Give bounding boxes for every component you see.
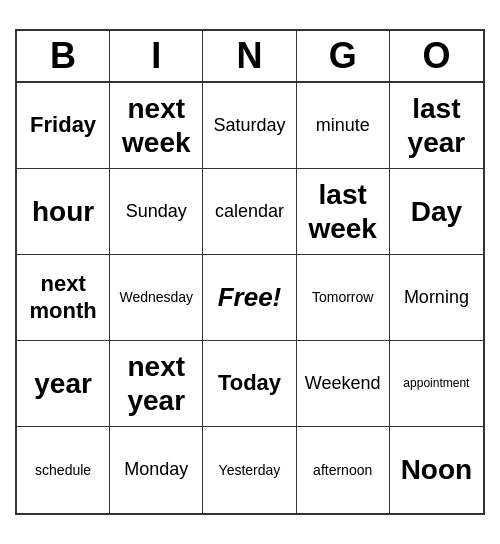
header-letter: N	[203, 31, 296, 81]
cell-text: appointment	[403, 376, 469, 390]
cell-text: Free!	[218, 282, 282, 313]
bingo-cell: Weekend	[297, 341, 390, 427]
bingo-cell: Noon	[390, 427, 483, 513]
cell-text: next month	[21, 271, 105, 324]
cell-text: minute	[316, 115, 370, 137]
header-letter: B	[17, 31, 110, 81]
bingo-cell: Sunday	[110, 169, 203, 255]
cell-text: year	[34, 367, 92, 401]
bingo-cell: Monday	[110, 427, 203, 513]
cell-text: Morning	[404, 287, 469, 309]
header-letter: I	[110, 31, 203, 81]
bingo-grid: Fridaynext weekSaturdayminutelast yearho…	[17, 83, 483, 513]
cell-text: next year	[114, 350, 198, 417]
bingo-cell: last year	[390, 83, 483, 169]
cell-text: Today	[218, 370, 281, 396]
cell-text: last year	[394, 92, 479, 159]
bingo-cell: Day	[390, 169, 483, 255]
bingo-cell: Friday	[17, 83, 110, 169]
cell-text: Sunday	[126, 201, 187, 223]
cell-text: Weekend	[305, 373, 381, 395]
cell-text: afternoon	[313, 462, 372, 479]
bingo-cell: Today	[203, 341, 296, 427]
bingo-cell: next year	[110, 341, 203, 427]
bingo-cell: Tomorrow	[297, 255, 390, 341]
bingo-cell: year	[17, 341, 110, 427]
bingo-cell: Saturday	[203, 83, 296, 169]
cell-text: Saturday	[213, 115, 285, 137]
cell-text: Friday	[30, 112, 96, 138]
bingo-cell: Morning	[390, 255, 483, 341]
header-letter: G	[297, 31, 390, 81]
bingo-cell: next month	[17, 255, 110, 341]
cell-text: calendar	[215, 201, 284, 223]
bingo-cell: hour	[17, 169, 110, 255]
cell-text: last week	[301, 178, 385, 245]
bingo-cell: schedule	[17, 427, 110, 513]
bingo-header: BINGO	[17, 31, 483, 83]
header-letter: O	[390, 31, 483, 81]
bingo-card: BINGO Fridaynext weekSaturdayminutelast …	[15, 29, 485, 515]
cell-text: Wednesday	[119, 289, 193, 306]
bingo-cell: Yesterday	[203, 427, 296, 513]
bingo-cell: Free!	[203, 255, 296, 341]
cell-text: Monday	[124, 459, 188, 481]
cell-text: Noon	[401, 453, 473, 487]
cell-text: next week	[114, 92, 198, 159]
bingo-cell: appointment	[390, 341, 483, 427]
bingo-cell: afternoon	[297, 427, 390, 513]
cell-text: Yesterday	[219, 462, 281, 479]
bingo-cell: last week	[297, 169, 390, 255]
bingo-cell: Wednesday	[110, 255, 203, 341]
bingo-cell: minute	[297, 83, 390, 169]
cell-text: Tomorrow	[312, 289, 373, 306]
bingo-cell: next week	[110, 83, 203, 169]
cell-text: schedule	[35, 462, 91, 479]
cell-text: hour	[32, 195, 94, 229]
cell-text: Day	[411, 195, 462, 229]
bingo-cell: calendar	[203, 169, 296, 255]
